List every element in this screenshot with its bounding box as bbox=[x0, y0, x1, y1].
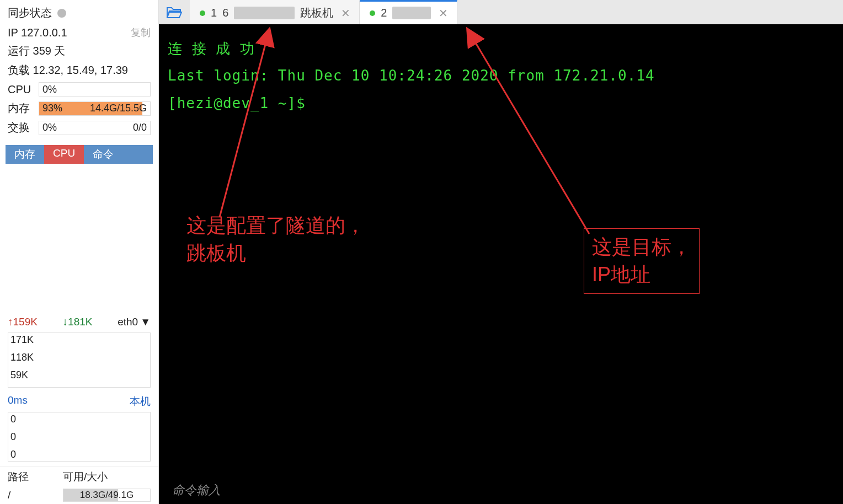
net-interface-dropdown[interactable]: eth0 ▼ bbox=[118, 316, 151, 328]
swap-metric: 交换 0% 0/0 bbox=[0, 118, 158, 137]
disk-header: 路径 可用/大小 bbox=[0, 466, 158, 486]
tab-1-close-button[interactable]: ✕ bbox=[339, 7, 353, 20]
net-tick-1: 171K bbox=[10, 334, 34, 346]
annotation-left: 这是配置了隧道的， 跳板机 bbox=[186, 212, 365, 267]
load-row: 负载 12.32, 15.49, 17.39 bbox=[0, 61, 158, 80]
mem-bar: 93% 14.4G/15.5G bbox=[39, 101, 151, 116]
cpu-pct: 0% bbox=[42, 84, 57, 95]
disk-col-avail: 可用/大小 bbox=[63, 470, 108, 484]
tab-1[interactable]: 1 6xxxxxxxxxxx 跳板机 ✕ bbox=[190, 0, 360, 24]
net-tick-2: 118K bbox=[10, 352, 34, 363]
cpu-metric: CPU 0% bbox=[0, 80, 158, 99]
ping-tick-2: 0 bbox=[10, 431, 16, 443]
proc-tab-mem[interactable]: 内存 bbox=[6, 145, 44, 164]
main-area: 1 6xxxxxxxxxxx 跳板机 ✕ 2 xxxxxxx ✕ 连 接 成 功… bbox=[159, 0, 843, 504]
folder-open-icon bbox=[166, 6, 183, 19]
chevron-down-icon: ▼ bbox=[140, 316, 151, 328]
cpu-bar: 0% bbox=[39, 82, 151, 96]
swap-label: 交换 bbox=[8, 120, 34, 135]
tab-bar: 1 6xxxxxxxxxxx 跳板机 ✕ 2 xxxxxxx ✕ bbox=[159, 0, 843, 24]
cpu-label: CPU bbox=[8, 83, 34, 96]
copy-button[interactable]: 复制 bbox=[131, 26, 151, 39]
disk-row-root: / 18.3G/49.1G bbox=[0, 486, 158, 504]
mem-label: 内存 bbox=[8, 101, 34, 116]
mem-metric: 内存 93% 14.4G/15.5G bbox=[0, 99, 158, 118]
ping-value: 0ms bbox=[8, 394, 28, 409]
proc-tab-cpu[interactable]: CPU bbox=[44, 145, 84, 164]
disk-root-avail: 18.3G/49.1G bbox=[63, 490, 150, 501]
swap-detail: 0/0 bbox=[133, 122, 147, 133]
mem-pct: 93% bbox=[42, 103, 62, 114]
connection-dot-icon bbox=[200, 10, 205, 16]
terminal-pane[interactable]: 连 接 成 功 Last login: Thu Dec 10 10:24:26 … bbox=[159, 24, 843, 504]
tab-2-redacted: xxxxxxx bbox=[392, 7, 431, 19]
proc-tab-cmd[interactable]: 命令 bbox=[84, 145, 153, 164]
net-tick-3: 59K bbox=[10, 369, 28, 381]
ip-value: IP 127.0.0.1 bbox=[8, 26, 67, 39]
uptime-value: 运行 359 天 bbox=[8, 44, 65, 58]
net-download: ↓181K bbox=[63, 316, 93, 328]
tab-1-redacted: xxxxxxxxxxx bbox=[234, 7, 295, 19]
status-dot-icon bbox=[57, 9, 66, 18]
terminal-line-3: [hezi@dev_1 ~]$ bbox=[168, 90, 834, 117]
open-folder-button[interactable] bbox=[159, 6, 190, 19]
swap-pct: 0% bbox=[42, 122, 57, 133]
net-row: ↑159K ↓181K eth0 ▼ bbox=[0, 313, 158, 331]
net-upload: ↑159K bbox=[8, 316, 38, 328]
sync-status-row: 同步状态 bbox=[0, 0, 158, 24]
disk-root-path: / bbox=[8, 489, 63, 501]
process-tabs: 内存 CPU 命令 bbox=[6, 145, 153, 164]
tab-2-index: 2 bbox=[381, 7, 387, 19]
ping-row: 0ms 本机 bbox=[0, 392, 158, 411]
ping-target[interactable]: 本机 bbox=[130, 394, 151, 409]
mem-detail: 14.4G/15.5G bbox=[90, 103, 147, 114]
tab-1-index: 1 bbox=[211, 7, 217, 19]
uptime-row: 运行 359 天 bbox=[0, 41, 158, 61]
tab-2-close-button[interactable]: ✕ bbox=[436, 7, 450, 20]
command-input-hint[interactable]: 命令输入 bbox=[172, 479, 221, 502]
ping-tick-1: 0 bbox=[10, 414, 16, 425]
tab-2[interactable]: 2 xxxxxxx ✕ bbox=[360, 0, 457, 24]
ping-tick-3: 0 bbox=[10, 449, 16, 460]
sync-status-label: 同步状态 bbox=[8, 6, 52, 20]
connection-dot-icon bbox=[370, 10, 375, 16]
ping-chart: 0 0 0 bbox=[8, 412, 151, 462]
tab-1-suffix: 跳板机 bbox=[300, 6, 333, 20]
tab-1-prefix: 6 bbox=[222, 7, 228, 19]
ip-row: IP 127.0.0.1 复制 bbox=[0, 24, 158, 41]
load-value: 负载 12.32, 15.49, 17.39 bbox=[8, 63, 128, 78]
net-chart: 171K 118K 59K bbox=[8, 333, 151, 388]
sidebar: 同步状态 IP 127.0.0.1 复制 运行 359 天 负载 12.32, … bbox=[0, 0, 159, 504]
terminal-line-1: 连 接 成 功 bbox=[168, 35, 834, 62]
disk-root-bar: 18.3G/49.1G bbox=[63, 489, 151, 502]
terminal-line-2: Last login: Thu Dec 10 10:24:26 2020 fro… bbox=[168, 62, 834, 89]
disk-col-path: 路径 bbox=[8, 470, 63, 484]
swap-bar: 0% 0/0 bbox=[39, 121, 151, 135]
annotation-right: 这是目标， IP地址 bbox=[584, 228, 700, 294]
